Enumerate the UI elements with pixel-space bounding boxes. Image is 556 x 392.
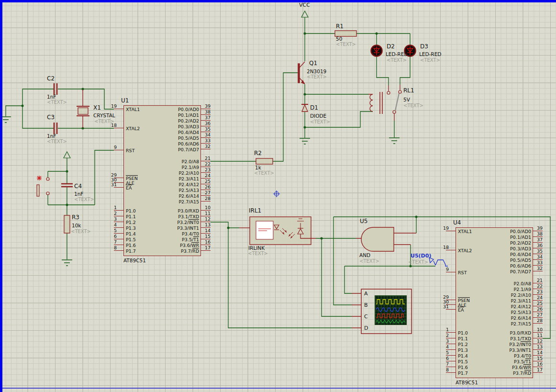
c3-value: 1nF: [47, 134, 56, 139]
pin-name: P2.6/A14: [475, 316, 531, 321]
capacitor-c3[interactable]: [54, 123, 57, 134]
probe-icon[interactable]: [429, 258, 448, 266]
pin-stub: [201, 250, 211, 251]
pin-name: P1.2: [126, 220, 136, 225]
pin-name: P2.0/A8: [143, 159, 199, 164]
pin-name: P1.3: [126, 226, 136, 231]
pin-name: P3.7/RD: [143, 249, 199, 254]
pin-number: 10: [203, 205, 211, 210]
pin-number: 19: [441, 226, 449, 231]
pin-name: P1.6: [126, 243, 136, 248]
pin-number: 35: [203, 127, 211, 132]
d1-ref: D1: [310, 105, 318, 111]
pin-number: 23: [535, 290, 543, 294]
pin-name: P3.6/WR: [143, 243, 199, 248]
d3-value: LED-RED: [419, 52, 441, 57]
scope-input-b: B: [364, 302, 368, 308]
pin-number: 6: [441, 356, 449, 361]
pin-number: 28: [535, 318, 543, 323]
capacitor-c2[interactable]: [54, 83, 57, 95]
led-d2[interactable]: [371, 45, 382, 56]
pin-number: 7: [109, 240, 117, 245]
pin-stub: [446, 231, 456, 231]
pin-name: P3.0/RXD: [475, 331, 531, 336]
irl1-value: IRLINK: [248, 246, 265, 251]
scope-trace-red: [376, 314, 403, 318]
pin-name: P0.0/AD0: [143, 107, 199, 112]
pin-name: RST: [458, 270, 467, 275]
pin-name: P2.7/A15: [475, 322, 531, 326]
transistor-q1[interactable]: [298, 62, 305, 84]
pin-number: 36: [535, 243, 543, 248]
crystal-x1[interactable]: [77, 90, 89, 128]
pin-name: P3.4/T0: [475, 354, 531, 358]
pin-name: P0.1/AD1: [143, 113, 199, 118]
pin-name: P2.4/A12: [143, 182, 199, 187]
pin-number: 27: [535, 313, 543, 317]
pin-number: 1: [441, 327, 449, 332]
pin-name: XTAL2: [458, 248, 472, 253]
pin-name: P0.1/AD1: [475, 235, 531, 240]
d2-value: LED-RED: [386, 52, 408, 57]
pin-stub: [114, 109, 123, 109]
pin-stub: [533, 323, 543, 324]
q1-text: <TEXT>: [307, 75, 327, 79]
pin-name: P3.3/INT1: [143, 226, 199, 231]
pin-number: 10: [535, 327, 543, 332]
r2-value: 1k: [255, 165, 261, 170]
pin-name: EA: [126, 186, 132, 190]
pin-name: P3.0/RXD: [143, 209, 199, 213]
pin-number: 17: [535, 368, 543, 372]
c3-ref: C3: [47, 114, 55, 120]
pin-number: 17: [203, 246, 211, 250]
mcu-ref: U1: [121, 98, 129, 103]
pin-number: 4: [441, 345, 449, 349]
r1-text: <TEXT>: [336, 42, 356, 47]
schematic-canvas[interactable]: U1AT89C5119XTAL118XTAL29RST29PSEN30ALE31…: [0, 0, 556, 392]
pin-number: 14: [203, 228, 211, 233]
probe-label: U5(D0): [411, 253, 431, 258]
pin-name: P0.4/AD4: [143, 130, 199, 135]
c2-text: <TEXT>: [47, 100, 67, 105]
pin-name: XTAL2: [126, 126, 140, 131]
sheet-border-line: [2, 388, 556, 389]
pin-name: P3.2/INT0: [475, 342, 531, 347]
pin-number: 24: [203, 173, 211, 178]
resistor-r2[interactable]: [256, 158, 273, 164]
c4-ref: C4: [74, 183, 82, 189]
irlink-irl1[interactable]: [239, 217, 316, 245]
pin-number: 22: [203, 162, 211, 167]
pin-stub: [446, 250, 456, 250]
irl1-text: <TEXT>: [248, 251, 268, 256]
pin-name: P0.6/AD6: [475, 264, 531, 269]
pin-stub: [446, 309, 456, 310]
capacitor-c4[interactable]: [61, 184, 73, 187]
pin-name: P1.7: [126, 249, 136, 254]
c2-value: 1nF: [47, 94, 56, 100]
pin-number: 32: [203, 144, 211, 149]
c3-text: <TEXT>: [47, 139, 67, 144]
pin-number: 35: [535, 249, 543, 254]
pin-number: 15: [535, 356, 543, 361]
pin-number: 8: [109, 246, 117, 250]
d2-text: <TEXT>: [387, 58, 407, 63]
pin-name: P1.5: [126, 237, 136, 242]
pin-name: P0.2/AD2: [143, 119, 199, 123]
pin-name: P0.0/AD0: [475, 229, 531, 234]
and-gate-u5[interactable]: [356, 227, 416, 251]
relay-rl1[interactable]: [368, 85, 401, 121]
pin-name: P2.2/A10: [143, 171, 199, 176]
pin-number: 6: [109, 234, 117, 239]
reset-button[interactable]: [37, 178, 49, 196]
pin-number: 8: [441, 368, 449, 372]
x1-ref: X1: [93, 105, 101, 111]
pin-number: 14: [535, 350, 543, 355]
q1-ref: Q1: [309, 60, 317, 66]
resistor-r3[interactable]: [64, 215, 70, 233]
pin-name: P1.2: [458, 342, 468, 347]
pin-number: 9: [109, 145, 117, 150]
pin-number: 1: [109, 205, 117, 210]
pin-number: 5: [109, 228, 117, 233]
pin-number: 38: [203, 110, 211, 114]
diode-d1[interactable]: [301, 104, 308, 112]
